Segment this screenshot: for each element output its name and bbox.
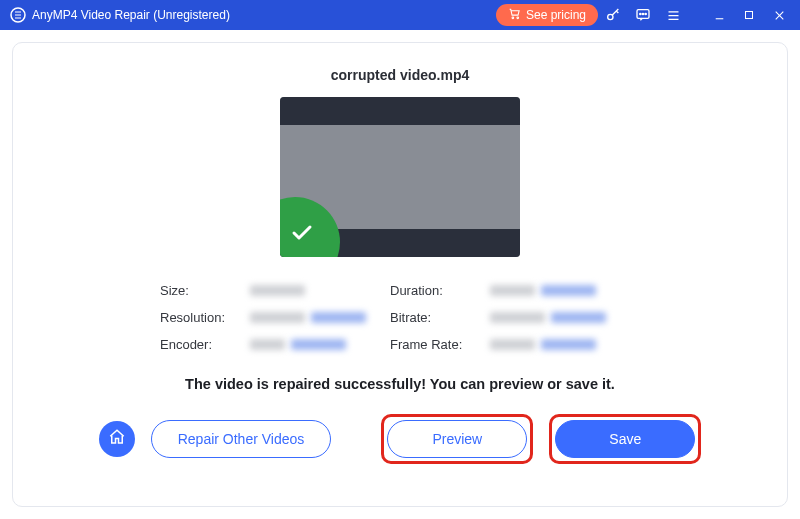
svg-point-2 [517, 17, 519, 19]
maximize-button[interactable] [734, 0, 764, 30]
minimize-button[interactable] [704, 0, 734, 30]
preview-highlight: Preview [381, 414, 533, 464]
save-button[interactable]: Save [555, 420, 695, 458]
duration-label: Duration: [390, 283, 490, 298]
frame-rate-label: Frame Rate: [390, 337, 490, 352]
app-logo-icon [10, 7, 26, 23]
svg-point-3 [608, 14, 613, 19]
frame-rate-value [490, 337, 640, 352]
encoder-label: Encoder: [160, 337, 250, 352]
resolution-value [250, 310, 390, 325]
title-bar: AnyMP4 Video Repair (Unregistered) See p… [0, 0, 800, 30]
feedback-icon[interactable] [628, 0, 658, 30]
key-icon[interactable] [598, 0, 628, 30]
encoder-value [250, 337, 390, 352]
home-icon [108, 428, 126, 450]
bitrate-label: Bitrate: [390, 310, 490, 325]
svg-rect-8 [746, 12, 753, 19]
cart-icon [508, 7, 521, 23]
file-name: corrupted video.mp4 [331, 67, 469, 83]
svg-point-6 [642, 13, 643, 14]
home-button[interactable] [99, 421, 135, 457]
success-message: The video is repaired successfully! You … [185, 376, 615, 392]
svg-point-7 [645, 13, 646, 14]
repair-other-videos-button[interactable]: Repair Other Videos [151, 420, 332, 458]
preview-button[interactable]: Preview [387, 420, 527, 458]
svg-point-5 [640, 13, 641, 14]
save-highlight: Save [549, 414, 701, 464]
svg-point-1 [512, 17, 514, 19]
size-label: Size: [160, 283, 250, 298]
video-details: Size: Duration: Resolution: Bitrate: Enc… [160, 283, 640, 352]
video-thumbnail [280, 97, 520, 257]
see-pricing-button[interactable]: See pricing [496, 4, 598, 26]
menu-icon[interactable] [658, 0, 688, 30]
resolution-label: Resolution: [160, 310, 250, 325]
app-window: AnyMP4 Video Repair (Unregistered) See p… [0, 0, 800, 519]
action-row: Repair Other Videos Preview Save [99, 414, 702, 464]
content-area: corrupted video.mp4 Size: Duration: Reso… [0, 30, 800, 519]
duration-value [490, 283, 640, 298]
see-pricing-label: See pricing [526, 8, 586, 22]
bitrate-value [490, 310, 640, 325]
size-value [250, 283, 390, 298]
close-button[interactable] [764, 0, 794, 30]
app-title: AnyMP4 Video Repair (Unregistered) [32, 8, 230, 22]
result-card: corrupted video.mp4 Size: Duration: Reso… [12, 42, 788, 507]
success-check-icon [290, 221, 314, 249]
